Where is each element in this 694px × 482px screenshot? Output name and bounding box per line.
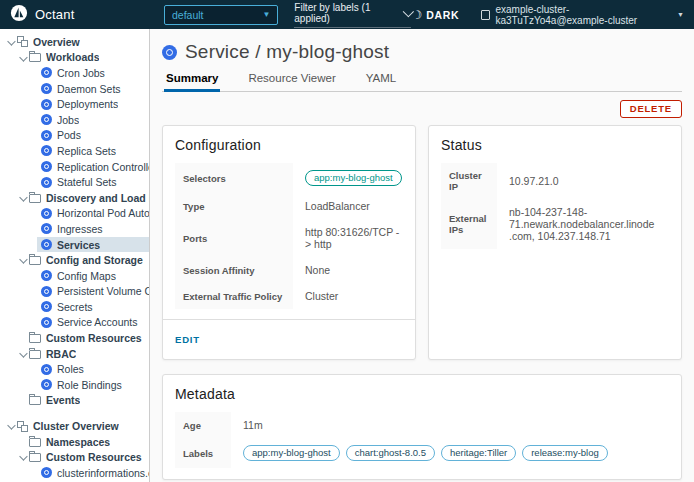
field-value: 11m bbox=[231, 412, 669, 438]
field-label: Session Affinity bbox=[175, 257, 293, 283]
sidebar-item-namespaces[interactable]: Namespaces bbox=[0, 434, 149, 450]
sidebar-item-config-and-storage[interactable]: Config and Storage bbox=[0, 252, 149, 268]
folder-icon bbox=[29, 194, 41, 203]
tab-summary[interactable]: Summary bbox=[164, 72, 220, 92]
namespace-select[interactable]: default ▼ bbox=[164, 5, 278, 25]
field-value: http 80:31626/TCP -> http bbox=[293, 219, 414, 257]
field-value: app:my-blog-ghostchart:ghost-8.0.5herita… bbox=[231, 438, 669, 468]
sidebar-item-service-accounts[interactable]: Service Accounts bbox=[0, 315, 149, 331]
sidebar-item-label: clusterinformations.crd.projec bbox=[57, 467, 149, 479]
applications-icon bbox=[17, 36, 28, 47]
octant-app: Octant default ▼ Filter by labels (1 app… bbox=[0, 0, 694, 482]
label-filter-text: Filter by labels (1 applied) bbox=[294, 2, 403, 24]
sidebar-item-clusterinformations-crd-projec[interactable]: clusterinformations.crd.projec bbox=[0, 465, 149, 481]
sidebar-item-label: Custom Resources bbox=[46, 451, 142, 463]
sidebar-item-pods[interactable]: Pods bbox=[0, 128, 149, 144]
configuration-card-footer: EDIT bbox=[163, 319, 415, 348]
resource-icon bbox=[41, 177, 52, 188]
folder-icon bbox=[29, 53, 41, 62]
sidebar-item-workloads[interactable]: Workloads bbox=[0, 50, 149, 66]
folder-icon bbox=[29, 334, 41, 343]
chevron-down-icon bbox=[16, 454, 29, 460]
sidebar-item-secrets[interactable]: Secrets bbox=[0, 299, 149, 315]
sidebar-item-custom-resources[interactable]: Custom Resources bbox=[0, 330, 149, 346]
octant-logo-icon bbox=[10, 4, 28, 26]
field-value: Cluster bbox=[293, 283, 414, 309]
label-pill[interactable]: chart:ghost-8.0.5 bbox=[346, 445, 435, 461]
sidebar-item-label: RBAC bbox=[46, 348, 76, 360]
sidebar-item-label: Replica Sets bbox=[57, 145, 116, 157]
sidebar-item-label: Cron Jobs bbox=[57, 67, 105, 79]
sidebar-item-overview[interactable]: Overview bbox=[0, 34, 149, 50]
field-label: Age bbox=[175, 412, 231, 438]
sidebar-item-label: Overview bbox=[33, 36, 80, 48]
folder-icon bbox=[29, 350, 41, 359]
theme-toggle-label: DARK bbox=[426, 9, 459, 21]
sidebar-item-role-bindings[interactable]: Role Bindings bbox=[0, 377, 149, 393]
field-label: External IPs bbox=[441, 199, 497, 249]
label-pill[interactable]: app:my-blog-ghost bbox=[243, 445, 340, 461]
field-value: nb-104-237-148-71.newark.nodebalancer.li… bbox=[497, 199, 669, 249]
resource-icon bbox=[41, 145, 52, 156]
resource-icon bbox=[41, 161, 52, 172]
sidebar-item-cron-jobs[interactable]: Cron Jobs bbox=[0, 65, 149, 81]
app-header: Octant default ▼ Filter by labels (1 app… bbox=[0, 0, 694, 29]
sidebar-item-custom-resources[interactable]: Custom Resources bbox=[0, 449, 149, 465]
sidebar-item-config-maps[interactable]: Config Maps bbox=[0, 268, 149, 284]
sidebar-item-label: Events bbox=[46, 394, 80, 406]
namespace-value: default bbox=[172, 9, 204, 21]
resource-icon bbox=[41, 130, 52, 141]
sidebar-item-discovery-and-load-balancing[interactable]: Discovery and Load Balancing bbox=[0, 190, 149, 206]
field-value: LoadBalancer bbox=[293, 193, 414, 219]
sidebar-item-ingresses[interactable]: Ingresses bbox=[0, 221, 149, 237]
sidebar-item-label: Persistent Volume Claims bbox=[57, 285, 149, 297]
selector-pill[interactable]: app:my-blog-ghost bbox=[305, 170, 402, 186]
sidebar-item-persistent-volume-claims[interactable]: Persistent Volume Claims bbox=[0, 284, 149, 300]
tab-yaml[interactable]: YAML bbox=[364, 72, 398, 91]
folder-icon bbox=[29, 453, 41, 462]
chevron-down-icon: ▼ bbox=[677, 11, 684, 18]
sidebar-item-roles[interactable]: Roles bbox=[0, 361, 149, 377]
delete-button[interactable]: DELETE bbox=[620, 100, 682, 118]
field-label: Selectors bbox=[175, 163, 293, 193]
status-card-title: Status bbox=[441, 137, 669, 153]
chevron-down-icon bbox=[16, 55, 29, 61]
resource-icon bbox=[41, 67, 52, 78]
sidebar-item-jobs[interactable]: Jobs bbox=[0, 112, 149, 128]
sidebar-item-replication-controllers[interactable]: Replication Controllers bbox=[0, 159, 149, 175]
sidebar-item-label: Pods bbox=[57, 129, 81, 141]
sidebar-item-daemon-sets[interactable]: Daemon Sets bbox=[0, 81, 149, 97]
resource-icon bbox=[41, 99, 52, 110]
tab-resource-viewer[interactable]: Resource Viewer bbox=[246, 72, 337, 91]
cluster-context-menu[interactable]: example-cluster-ka3TuTzYo4a@example-clus… bbox=[481, 4, 684, 26]
label-pill[interactable]: release:my-blog bbox=[522, 445, 608, 461]
sidebar-item-events[interactable]: Events bbox=[0, 393, 149, 409]
label-pill[interactable]: heritage:Tiller bbox=[441, 445, 516, 461]
configuration-card: Configuration Selectorsapp:my-blog-ghost… bbox=[162, 125, 416, 360]
sidebar-item-label: Role Bindings bbox=[57, 379, 122, 391]
sidebar-item-label: Namespaces bbox=[46, 436, 110, 448]
edit-link[interactable]: EDIT bbox=[175, 334, 200, 345]
chevron-down-icon bbox=[16, 257, 29, 263]
field-value: None bbox=[293, 257, 414, 283]
sidebar-item-cluster-overview[interactable]: Cluster Overview bbox=[0, 418, 149, 434]
sidebar-item-label: Secrets bbox=[57, 301, 93, 313]
sidebar-item-rbac[interactable]: RBAC bbox=[0, 346, 149, 362]
sidebar-item-label: Daemon Sets bbox=[57, 83, 121, 95]
theme-toggle[interactable]: ☾ DARK bbox=[411, 8, 459, 22]
sidebar-item-horizontal-pod-autoscalers[interactable]: Horizontal Pod Autoscalers bbox=[0, 206, 149, 222]
sidebar-item-deployments[interactable]: Deployments bbox=[0, 96, 149, 112]
resource-icon bbox=[41, 286, 52, 297]
sidebar-item-services[interactable]: Services bbox=[0, 237, 149, 253]
label-filter[interactable]: Filter by labels (1 applied) bbox=[294, 2, 411, 28]
configuration-table: Selectorsapp:my-blog-ghostTypeLoadBalanc… bbox=[175, 163, 403, 309]
folder-icon bbox=[29, 396, 41, 405]
sidebar-item-label: Roles bbox=[57, 363, 84, 375]
actions-row: DELETE bbox=[162, 100, 682, 118]
chevron-down-icon bbox=[4, 423, 17, 429]
sidebar-item-replica-sets[interactable]: Replica Sets bbox=[0, 143, 149, 159]
sidebar-item-stateful-sets[interactable]: Stateful Sets bbox=[0, 174, 149, 190]
resource-icon bbox=[41, 208, 52, 219]
sidebar-item-label: Replication Controllers bbox=[57, 161, 149, 173]
resource-icon bbox=[41, 239, 52, 250]
